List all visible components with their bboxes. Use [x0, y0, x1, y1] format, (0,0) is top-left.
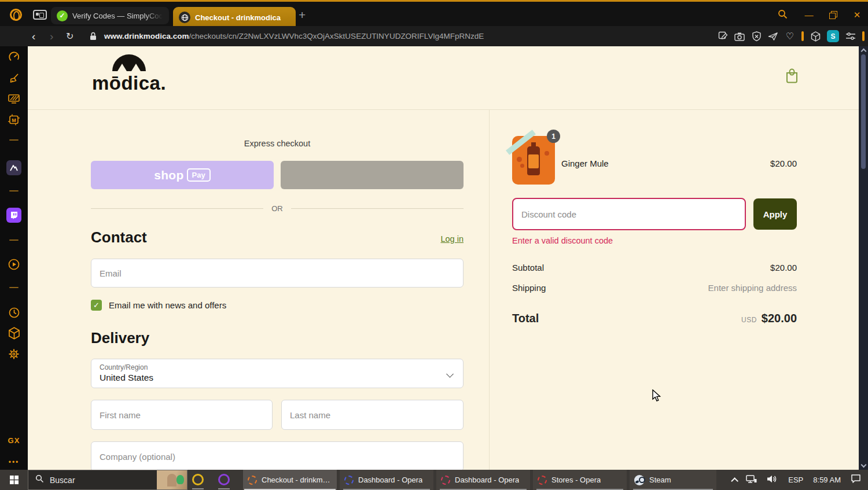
- start-button[interactable]: [0, 470, 28, 490]
- history-clock-icon[interactable]: [0, 307, 28, 319]
- sidebar-more-button[interactable]: •••: [0, 458, 28, 466]
- close-button[interactable]: ✕: [851, 10, 863, 20]
- separator-pill: [801, 31, 804, 41]
- twitch-icon[interactable]: [0, 208, 28, 223]
- reload-button[interactable]: ↻: [66, 31, 73, 42]
- lock-icon[interactable]: [90, 32, 97, 43]
- country-select-value: United States: [100, 373, 455, 383]
- search-icon[interactable]: [776, 9, 789, 21]
- subtotal-value: $20.00: [770, 263, 797, 272]
- pinned-site-icon[interactable]: [0, 160, 28, 175]
- shop-pay-button[interactable]: shop Pay: [91, 161, 274, 189]
- settings-gear-icon[interactable]: [0, 348, 28, 360]
- scrollbar-thumb[interactable]: [861, 54, 866, 169]
- product-thumbnail: [512, 136, 555, 185]
- shop-pay-shop-word: shop: [154, 168, 183, 182]
- tray-chevron-up-icon[interactable]: [731, 477, 739, 485]
- screen: ✓ Verify Codes — SimplyCoc Checkout - dr…: [0, 0, 868, 490]
- globe-icon: [179, 12, 190, 23]
- taskbar-window-dashboard-1[interactable]: Dashboard - Opera: [340, 470, 433, 490]
- sidebar-divider: [9, 240, 19, 241]
- quantity-badge: 1: [547, 130, 560, 143]
- discount-code-field[interactable]: [512, 198, 746, 230]
- subtotal-row: Subtotal $20.00: [512, 263, 797, 272]
- steam-icon: [634, 475, 645, 485]
- newsletter-label: Email me with news and offers: [109, 300, 226, 310]
- order-summary: 1 Ginger Mule $20.00 Apply Enter a valid…: [512, 110, 797, 470]
- opera-yellow-icon[interactable]: [192, 474, 204, 485]
- gx-corner-button[interactable]: GX: [0, 436, 28, 445]
- simplycodes-extension-badge[interactable]: S: [827, 30, 839, 42]
- shipping-label: Shipping: [512, 283, 546, 293]
- store-header: mōdica.: [28, 46, 859, 110]
- scroll-down-arrow[interactable]: [860, 462, 866, 468]
- newsletter-checkbox[interactable]: ✓: [91, 300, 102, 311]
- brand-name: mōdica.: [89, 72, 170, 94]
- vertical-scrollbar[interactable]: [859, 46, 868, 470]
- cart-bag-icon[interactable]: [785, 68, 799, 86]
- keyboard-language[interactable]: ESP: [788, 476, 803, 484]
- total-row: Total USD $20.00: [512, 312, 797, 325]
- modica-arch-mark: [112, 54, 146, 71]
- new-tab-button[interactable]: +: [299, 9, 306, 21]
- taskbar-window-steam[interactable]: Steam: [630, 470, 716, 490]
- company-field[interactable]: [91, 441, 464, 470]
- back-button[interactable]: ‹: [32, 31, 35, 42]
- opera-purple-icon[interactable]: [218, 474, 230, 485]
- flow-send-icon[interactable]: [768, 31, 778, 42]
- window-controls: — ✕: [776, 2, 863, 28]
- country-select[interactable]: Country/Region United States: [91, 359, 464, 388]
- tab-label: Verify Codes — SimplyCoc: [72, 12, 163, 20]
- taskbar-window-dashboard-2[interactable]: Dashboard - Opera: [436, 470, 530, 490]
- taskbar-window-stores[interactable]: Stores - Opera: [533, 470, 627, 490]
- taskbar-window-checkout[interactable]: Checkout - drinkmo...: [243, 470, 337, 490]
- tab-tiling-icon[interactable]: [33, 10, 47, 20]
- windows-taskbar: Buscar Checkout - drinkmo... Dashboard -…: [0, 470, 868, 490]
- pinboard-icon[interactable]: [718, 31, 728, 42]
- search-icon: [35, 474, 44, 485]
- themes-monitor-icon[interactable]: [0, 93, 28, 105]
- tab-checkout-active[interactable]: Checkout - drinkmodica: [173, 7, 296, 28]
- last-name-field[interactable]: [281, 400, 464, 430]
- snapshot-camera-icon[interactable]: [734, 31, 745, 42]
- url-path: /checkouts/cn/Z2NwLXVzLWVhc3QxOjAxSktUSE…: [189, 32, 484, 40]
- first-name-field[interactable]: [91, 400, 273, 430]
- minimize-button[interactable]: —: [803, 10, 815, 20]
- tab-verify-codes[interactable]: ✓ Verify Codes — SimplyCoc: [51, 7, 169, 24]
- extensions-cube-icon[interactable]: [0, 327, 28, 340]
- login-link[interactable]: Log in: [440, 234, 464, 244]
- column-divider: [489, 110, 490, 470]
- or-divider: OR: [91, 204, 464, 213]
- sidebar-divider: [9, 190, 19, 191]
- contact-heading: Contact: [91, 229, 147, 246]
- action-center-icon[interactable]: [851, 474, 861, 486]
- network-icon[interactable]: [746, 474, 757, 486]
- clock[interactable]: 8:59 AM: [813, 476, 841, 484]
- product-name: Ginger Mule: [561, 159, 609, 168]
- restore-button[interactable]: [829, 11, 837, 19]
- modica-logo[interactable]: mōdica.: [89, 54, 170, 94]
- volume-icon[interactable]: [767, 474, 778, 486]
- email-field[interactable]: [91, 259, 464, 288]
- apply-button[interactable]: Apply: [753, 198, 797, 230]
- taskbar-search[interactable]: Buscar: [28, 470, 187, 490]
- forward-button[interactable]: ›: [50, 31, 53, 42]
- opera-ring-icon: [344, 476, 354, 485]
- shipping-row: Shipping Enter shipping address: [512, 283, 797, 293]
- checkout-form: Express checkout shop Pay OR Contact Log…: [91, 110, 464, 470]
- settings-sliders-icon[interactable]: [845, 31, 856, 42]
- adblock-shield-icon[interactable]: [751, 31, 762, 42]
- cleaner-broom-icon[interactable]: [0, 72, 28, 84]
- gx-mods-chip-icon[interactable]: M: [0, 113, 28, 126]
- total-value: $20.00: [762, 312, 797, 325]
- express-button-loading[interactable]: [281, 161, 464, 189]
- extensions-cube-icon[interactable]: [810, 31, 821, 42]
- favorites-heart-icon[interactable]: ♡: [785, 31, 795, 42]
- url-field[interactable]: www.drinkmodica.com/checkouts/cn/Z2NwLXV…: [104, 26, 484, 46]
- search-box-image[interactable]: [157, 470, 187, 489]
- speedometer-icon[interactable]: [0, 51, 28, 63]
- opera-gx-logo[interactable]: [10, 9, 22, 21]
- scroll-up-arrow[interactable]: [860, 49, 866, 54]
- mouse-cursor: [652, 389, 663, 402]
- player-play-icon[interactable]: [0, 258, 28, 271]
